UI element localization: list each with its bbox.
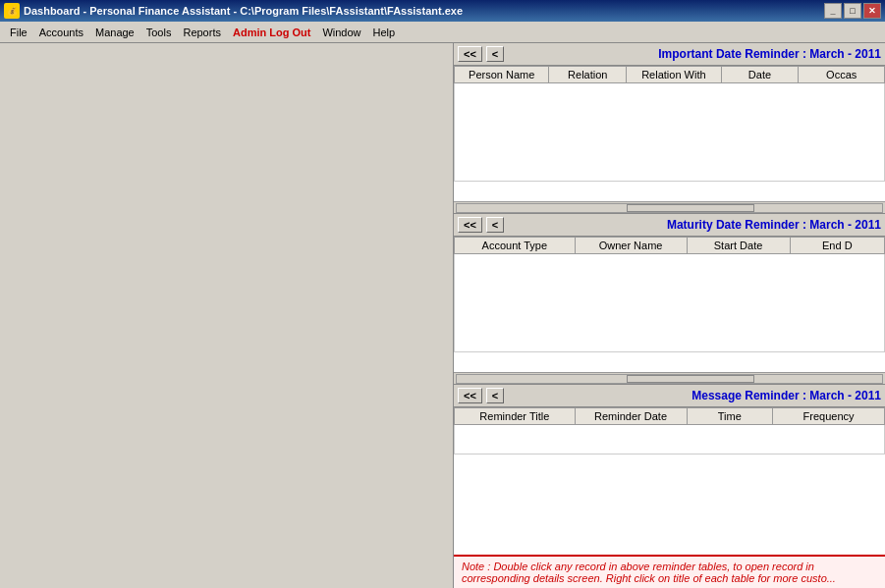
maturity-date-title: Maturity Date Reminder : March - 2011 [508, 218, 881, 232]
menu-window[interactable]: Window [316, 25, 366, 40]
col-reminder-title: Reminder Title [455, 408, 576, 425]
important-date-title: Important Date Reminder : March - 2011 [508, 47, 881, 61]
important-date-scrolltrack[interactable] [456, 203, 883, 213]
maturity-date-header: << < Maturity Date Reminder : March - 20… [454, 214, 885, 237]
maturity-date-section: << < Maturity Date Reminder : March - 20… [454, 214, 885, 385]
message-reminder-section: << < Message Reminder : March - 2011 Rem… [454, 385, 885, 555]
bottom-note: Note : Double click any record in above … [454, 555, 885, 588]
left-panel [0, 43, 454, 588]
important-date-section: << < Important Date Reminder : March - 2… [454, 43, 885, 214]
message-back-button[interactable]: << [458, 388, 482, 403]
col-owner-name: Owner Name [575, 238, 687, 254]
maturity-date-table-container: Account Type Owner Name Start Date End D [454, 237, 885, 372]
message-reminder-table-container: Reminder Title Reminder Date Time Freque… [454, 407, 885, 555]
minimize-button[interactable]: _ [824, 3, 842, 19]
maturity-date-scrollbar[interactable] [454, 372, 885, 384]
maturity-date-scrolltrack[interactable] [456, 374, 883, 384]
col-end-d: End D [790, 238, 884, 254]
right-panel: << < Important Date Reminder : March - 2… [454, 43, 885, 588]
col-start-date: Start Date [687, 238, 790, 254]
col-time: Time [687, 408, 773, 425]
col-relation: Relation [549, 67, 627, 83]
col-date: Date [721, 67, 799, 83]
title-bar-buttons: _ □ ✕ [824, 3, 881, 19]
maturity-date-prev-button[interactable]: < [486, 217, 504, 233]
important-date-scrollbar[interactable] [454, 201, 885, 213]
important-date-table: Person Name Relation Relation With Date … [454, 66, 885, 182]
message-reminder-table: Reminder Title Reminder Date Time Freque… [454, 407, 885, 454]
close-button[interactable]: ✕ [863, 3, 881, 19]
menu-manage[interactable]: Manage [89, 25, 140, 40]
sections-wrapper: << < Important Date Reminder : March - 2… [454, 43, 885, 555]
main-content: << < Important Date Reminder : March - 2… [0, 43, 885, 588]
col-frequency: Frequency [773, 408, 885, 425]
message-reminder-title: Message Reminder : March - 2011 [508, 389, 881, 402]
message-reminder-header: << < Message Reminder : March - 2011 [454, 385, 885, 407]
col-occas: Occas [799, 67, 885, 83]
menu-bar: File Accounts Manage Tools Reports Admin… [0, 22, 885, 43]
col-relation-with: Relation With [627, 67, 721, 83]
maximize-button[interactable]: □ [844, 3, 861, 19]
title-bar-text: Dashboard - Personal Finance Assistant -… [24, 5, 824, 17]
important-date-back-button[interactable]: << [458, 46, 482, 62]
important-date-header: << < Important Date Reminder : March - 2… [454, 43, 885, 66]
col-account-type: Account Type [455, 238, 576, 254]
app-icon: 💰 [4, 3, 20, 19]
important-date-prev-button[interactable]: < [486, 46, 504, 62]
maturity-date-table: Account Type Owner Name Start Date End D [454, 237, 885, 352]
menu-help[interactable]: Help [367, 25, 402, 40]
title-bar: 💰 Dashboard - Personal Finance Assistant… [0, 0, 885, 22]
maturity-date-back-button[interactable]: << [458, 217, 482, 233]
important-date-table-container: Person Name Relation Relation With Date … [454, 66, 885, 201]
menu-tools[interactable]: Tools [140, 25, 178, 40]
menu-reports[interactable]: Reports [177, 25, 227, 40]
menu-accounts[interactable]: Accounts [33, 25, 89, 40]
important-date-scrollthumb[interactable] [627, 204, 754, 212]
menu-file[interactable]: File [4, 25, 33, 40]
message-prev-button[interactable]: < [486, 388, 504, 403]
col-person-name: Person Name [455, 67, 549, 83]
menu-adminlogout[interactable]: Admin Log Out [227, 25, 316, 40]
col-reminder-date: Reminder Date [575, 408, 687, 425]
maturity-date-scrollthumb[interactable] [627, 375, 754, 383]
